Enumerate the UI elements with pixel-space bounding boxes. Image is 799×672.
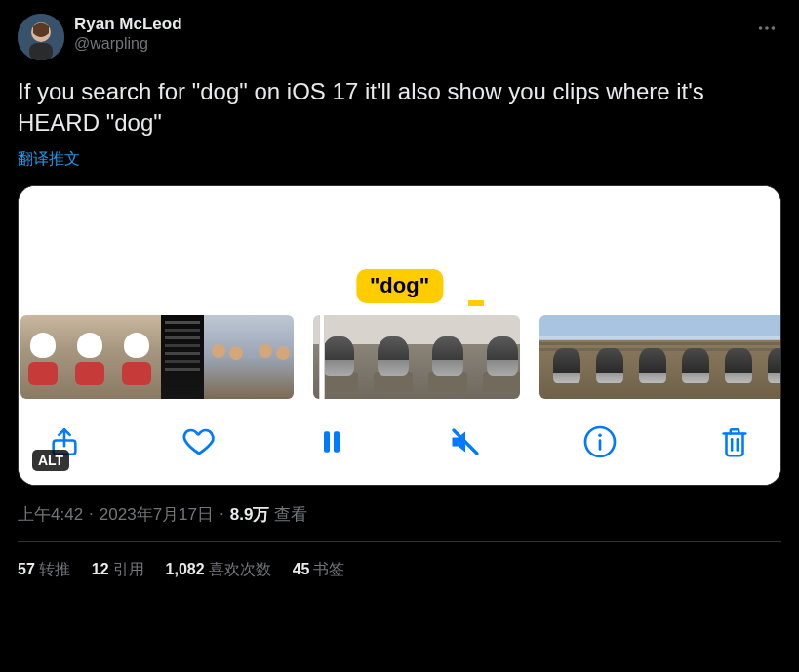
alt-badge[interactable]: ALT bbox=[32, 450, 69, 471]
heart-icon[interactable] bbox=[181, 424, 217, 459]
timeline-frame bbox=[422, 315, 477, 399]
svg-point-5 bbox=[772, 26, 776, 30]
svg-rect-8 bbox=[334, 431, 340, 452]
timeline-frame bbox=[251, 315, 294, 399]
clip-group[interactable] bbox=[313, 315, 520, 399]
timeline-frame bbox=[20, 315, 67, 399]
svg-rect-2 bbox=[29, 43, 53, 60]
timeline-frame bbox=[539, 315, 582, 399]
user-block: Ryan McLeod @warpling bbox=[74, 14, 182, 54]
timeline-frame bbox=[368, 315, 422, 399]
media-attachment[interactable]: "dog" bbox=[18, 185, 781, 486]
translate-link[interactable]: 翻译推文 bbox=[18, 149, 80, 170]
retweets-stat[interactable]: 57转推 bbox=[18, 560, 70, 580]
media-top-area: "dog" bbox=[19, 186, 780, 303]
avatar[interactable] bbox=[18, 14, 64, 60]
timeline-frame bbox=[477, 315, 520, 399]
tweet-header: Ryan McLeod @warpling bbox=[18, 14, 781, 60]
timeline-frame bbox=[114, 315, 161, 399]
svg-point-3 bbox=[759, 26, 763, 30]
svg-rect-7 bbox=[324, 431, 330, 452]
bookmarks-stat[interactable]: 45书签 bbox=[293, 560, 345, 580]
tweet-text: If you search for "dog" on iOS 17 it'll … bbox=[18, 76, 781, 139]
svg-point-12 bbox=[599, 433, 603, 437]
svg-point-4 bbox=[765, 26, 769, 30]
mute-icon[interactable] bbox=[448, 424, 483, 459]
timeline-frame bbox=[161, 315, 204, 399]
playhead-icon[interactable] bbox=[319, 315, 325, 399]
clip-group[interactable] bbox=[539, 315, 780, 399]
pause-icon[interactable] bbox=[316, 426, 347, 457]
timeline-frame bbox=[625, 315, 668, 399]
timeline-frame bbox=[668, 315, 711, 399]
more-options-button[interactable] bbox=[752, 14, 781, 47]
timeline-frame bbox=[204, 315, 251, 399]
display-name[interactable]: Ryan McLeod bbox=[74, 14, 182, 34]
tweet-stats: 57转推 12引用 1,082喜欢次数 45书签 bbox=[18, 542, 781, 598]
likes-stat[interactable]: 1,082喜欢次数 bbox=[166, 560, 271, 580]
search-tag-bubble: "dog" bbox=[356, 269, 443, 303]
tweet-time[interactable]: 上午4:42 bbox=[18, 503, 83, 526]
timeline-frame bbox=[582, 315, 625, 399]
tag-tick-icon bbox=[468, 300, 484, 306]
tweet-container: Ryan McLeod @warpling If you search for … bbox=[0, 0, 799, 598]
timeline-frame bbox=[67, 315, 114, 399]
video-timeline[interactable] bbox=[19, 303, 780, 403]
media-controls bbox=[19, 403, 780, 485]
quotes-stat[interactable]: 12引用 bbox=[92, 560, 144, 580]
info-icon[interactable] bbox=[582, 424, 618, 459]
timeline-frame bbox=[754, 315, 780, 399]
user-handle[interactable]: @warpling bbox=[74, 34, 182, 54]
views-count[interactable]: 8.9万 查看 bbox=[230, 503, 307, 526]
tweet-date[interactable]: 2023年7月17日 bbox=[100, 503, 214, 526]
trash-icon[interactable] bbox=[718, 425, 751, 458]
clip-group[interactable] bbox=[20, 315, 294, 399]
timeline-frame bbox=[711, 315, 754, 399]
tweet-meta: 上午4:42 · 2023年7月17日 · 8.9万 查看 bbox=[18, 503, 781, 542]
